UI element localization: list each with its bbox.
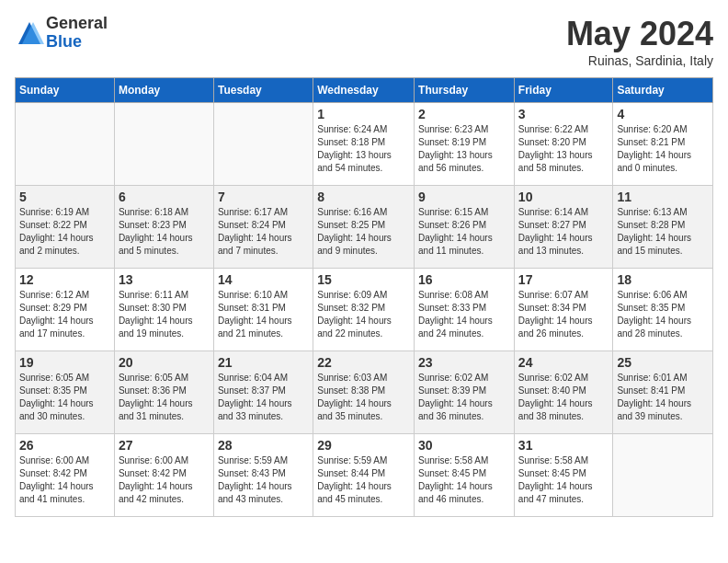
day-number: 20 xyxy=(119,355,210,370)
col-friday: Friday xyxy=(514,78,613,103)
table-row: 22Sunrise: 6:03 AMSunset: 8:38 PMDayligh… xyxy=(313,351,415,434)
day-info: Sunset: 8:19 PM xyxy=(418,136,510,149)
day-info: and 9 minutes. xyxy=(317,245,410,258)
logo-icon xyxy=(15,18,44,48)
day-info: and 54 minutes. xyxy=(317,162,410,175)
day-number: 27 xyxy=(119,438,210,453)
day-info: and 38 minutes. xyxy=(518,410,609,423)
day-info: Daylight: 14 hours xyxy=(317,397,410,410)
calendar-week-row: 19Sunrise: 6:05 AMSunset: 8:35 PMDayligh… xyxy=(16,351,713,434)
day-number: 17 xyxy=(518,272,609,287)
day-info: and 39 minutes. xyxy=(617,410,709,423)
table-row: 23Sunrise: 6:02 AMSunset: 8:39 PMDayligh… xyxy=(415,351,515,434)
day-info: and 17 minutes. xyxy=(19,327,110,340)
day-info: Sunrise: 6:07 AM xyxy=(518,289,609,302)
table-row xyxy=(613,434,713,517)
calendar: Sunday Monday Tuesday Wednesday Thursday… xyxy=(15,77,713,517)
day-info: Sunset: 8:42 PM xyxy=(119,467,210,480)
day-info: Sunrise: 6:03 AM xyxy=(317,372,410,385)
table-row: 3Sunrise: 6:22 AMSunset: 8:20 PMDaylight… xyxy=(514,103,613,186)
col-saturday: Saturday xyxy=(613,78,713,103)
day-info: Daylight: 14 hours xyxy=(317,315,410,327)
day-number: 15 xyxy=(317,272,410,287)
day-info: and 58 minutes. xyxy=(518,162,609,175)
day-info: and 36 minutes. xyxy=(418,410,510,423)
day-info: Sunset: 8:35 PM xyxy=(19,385,110,397)
day-info: Sunrise: 5:58 AM xyxy=(418,454,510,467)
day-info: Sunset: 8:22 PM xyxy=(19,219,110,232)
day-info: and 28 minutes. xyxy=(617,327,709,340)
table-row: 20Sunrise: 6:05 AMSunset: 8:36 PMDayligh… xyxy=(114,351,213,434)
day-info: and 30 minutes. xyxy=(19,410,110,423)
day-info: Sunrise: 6:05 AM xyxy=(19,372,110,385)
day-info: Daylight: 14 hours xyxy=(119,315,210,327)
logo-general-text: General xyxy=(46,15,108,33)
day-number: 28 xyxy=(218,438,309,453)
table-row: 18Sunrise: 6:06 AMSunset: 8:35 PMDayligh… xyxy=(613,269,713,351)
day-info: Sunrise: 6:10 AM xyxy=(218,289,309,302)
day-number: 10 xyxy=(518,190,609,204)
day-info: and 11 minutes. xyxy=(418,245,510,258)
day-info: Sunrise: 6:11 AM xyxy=(119,289,210,302)
day-info: and 24 minutes. xyxy=(418,327,510,340)
day-info: Sunrise: 6:23 AM xyxy=(418,123,510,136)
day-number: 1 xyxy=(317,107,410,121)
col-monday: Monday xyxy=(114,78,213,103)
day-number: 25 xyxy=(617,355,709,370)
day-info: and 45 minutes. xyxy=(317,493,410,506)
day-info: Sunset: 8:24 PM xyxy=(218,219,309,232)
day-number: 4 xyxy=(617,107,709,121)
day-info: Sunset: 8:27 PM xyxy=(518,219,609,232)
day-info: Sunset: 8:42 PM xyxy=(19,467,110,480)
month-title: May 2024 xyxy=(566,15,713,53)
table-row: 14Sunrise: 6:10 AMSunset: 8:31 PMDayligh… xyxy=(213,269,313,351)
day-info: Sunrise: 6:02 AM xyxy=(418,372,510,385)
day-info: Sunset: 8:32 PM xyxy=(317,302,410,315)
day-info: Sunset: 8:35 PM xyxy=(617,302,709,315)
day-number: 5 xyxy=(19,190,110,204)
table-row: 25Sunrise: 6:01 AMSunset: 8:41 PMDayligh… xyxy=(613,351,713,434)
day-number: 12 xyxy=(19,272,110,287)
table-row: 26Sunrise: 6:00 AMSunset: 8:42 PMDayligh… xyxy=(16,434,115,517)
table-row: 13Sunrise: 6:11 AMSunset: 8:30 PMDayligh… xyxy=(114,269,213,351)
day-info: Daylight: 14 hours xyxy=(617,149,709,162)
table-row: 2Sunrise: 6:23 AMSunset: 8:19 PMDaylight… xyxy=(415,103,515,186)
table-row: 16Sunrise: 6:08 AMSunset: 8:33 PMDayligh… xyxy=(415,269,515,351)
table-row: 5Sunrise: 6:19 AMSunset: 8:22 PMDaylight… xyxy=(16,186,115,269)
day-info: and 26 minutes. xyxy=(518,327,609,340)
day-info: Sunrise: 5:59 AM xyxy=(218,454,309,467)
table-row: 10Sunrise: 6:14 AMSunset: 8:27 PMDayligh… xyxy=(514,186,613,269)
day-number: 19 xyxy=(19,355,110,370)
day-info: and 19 minutes. xyxy=(119,327,210,340)
table-row xyxy=(114,103,213,186)
calendar-week-row: 5Sunrise: 6:19 AMSunset: 8:22 PMDaylight… xyxy=(16,186,713,269)
day-info: Sunrise: 6:00 AM xyxy=(19,454,110,467)
day-info: and 13 minutes. xyxy=(518,245,609,258)
day-info: and 5 minutes. xyxy=(119,245,210,258)
day-number: 9 xyxy=(418,190,510,204)
day-number: 21 xyxy=(218,355,309,370)
day-number: 13 xyxy=(119,272,210,287)
day-info: Sunset: 8:41 PM xyxy=(617,385,709,397)
day-info: Sunset: 8:20 PM xyxy=(518,136,609,149)
day-info: Sunrise: 6:08 AM xyxy=(418,289,510,302)
day-info: Sunrise: 6:06 AM xyxy=(617,289,709,302)
day-info: and 47 minutes. xyxy=(518,493,609,506)
col-wednesday: Wednesday xyxy=(313,78,415,103)
day-info: Sunset: 8:29 PM xyxy=(19,302,110,315)
table-row: 19Sunrise: 6:05 AMSunset: 8:35 PMDayligh… xyxy=(16,351,115,434)
col-tuesday: Tuesday xyxy=(213,78,313,103)
day-info: Daylight: 14 hours xyxy=(218,397,309,410)
table-row: 28Sunrise: 5:59 AMSunset: 8:43 PMDayligh… xyxy=(213,434,313,517)
day-info: Daylight: 13 hours xyxy=(518,149,609,162)
page-header: General Blue May 2024 Ruinas, Sardinia, … xyxy=(15,15,713,68)
table-row: 30Sunrise: 5:58 AMSunset: 8:45 PMDayligh… xyxy=(415,434,515,517)
day-info: Sunset: 8:43 PM xyxy=(218,467,309,480)
day-info: Daylight: 14 hours xyxy=(19,232,110,245)
day-info: and 21 minutes. xyxy=(218,327,309,340)
day-info: Sunrise: 5:59 AM xyxy=(317,454,410,467)
day-info: and 15 minutes. xyxy=(617,245,709,258)
day-info: Daylight: 14 hours xyxy=(518,480,609,493)
day-info: Daylight: 14 hours xyxy=(317,480,410,493)
day-info: Sunrise: 6:18 AM xyxy=(119,206,210,219)
